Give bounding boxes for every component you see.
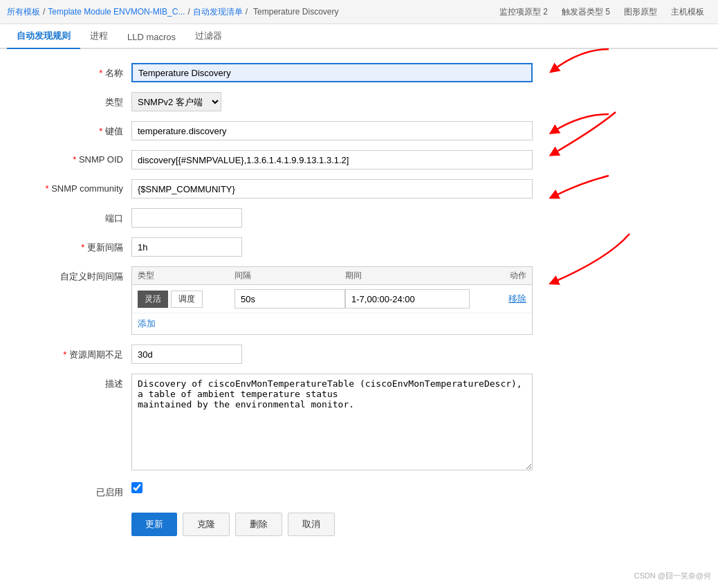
remove-link[interactable]: 移除 xyxy=(508,293,526,304)
enabled-control xyxy=(131,482,533,493)
breadcrumb-sep3: / xyxy=(246,7,248,17)
add-link[interactable]: 添加 xyxy=(132,313,161,334)
lifetime-input[interactable] xyxy=(131,344,242,364)
interval-type-col: 灵活 调度 xyxy=(138,291,234,308)
top-tab-host[interactable]: 主机模板 xyxy=(664,0,711,24)
port-label: 端口 xyxy=(21,208,131,225)
arrow-key xyxy=(540,111,623,145)
type-select[interactable]: SNMPv2 客户端 xyxy=(131,92,221,111)
arrow-community xyxy=(540,172,623,207)
clone-button[interactable]: 克隆 xyxy=(183,513,230,536)
key-label: 键值 xyxy=(21,121,131,138)
snmp-community-row: SNMP community xyxy=(21,179,602,199)
tab-filter[interactable]: 过滤器 xyxy=(185,24,232,49)
name-label: 名称 xyxy=(21,63,131,80)
enabled-checkbox[interactable] xyxy=(131,482,142,493)
update-interval-row: 更新间隔 xyxy=(21,237,602,257)
port-input[interactable] xyxy=(131,208,242,228)
top-tab-graph[interactable]: 图形原型 xyxy=(617,0,664,24)
interval-value-input[interactable] xyxy=(234,289,345,309)
update-button[interactable]: 更新 xyxy=(131,513,177,536)
description-label: 描述 xyxy=(21,374,131,390)
description-control: Discovery of ciscoEnvMonTemperatureTable… xyxy=(131,374,533,472)
enabled-checkbox-wrapper xyxy=(131,482,533,493)
update-interval-input[interactable] xyxy=(131,237,242,257)
name-input[interactable] xyxy=(131,63,533,82)
tab-lld-macros[interactable]: LLD macros xyxy=(118,26,185,49)
top-tab-monitor[interactable]: 监控项原型 2 xyxy=(493,0,555,24)
lifetime-label: 资源周期不足 xyxy=(21,344,131,361)
type-toggle: 灵活 调度 xyxy=(138,291,203,308)
add-row: 添加 xyxy=(132,313,532,334)
enabled-row: 已启用 xyxy=(21,482,602,499)
snmp-community-control xyxy=(131,179,533,199)
breadcrumb-sep2: / xyxy=(187,7,190,17)
snmp-oid-label: SNMP OID xyxy=(21,150,131,165)
type-select-wrapper: SNMPv2 客户端 xyxy=(131,92,533,111)
name-row: 名称 xyxy=(21,63,602,82)
name-control xyxy=(131,63,533,82)
form-tab-bar: 自动发现规则 进程 LLD macros 过滤器 xyxy=(0,24,718,49)
key-input[interactable] xyxy=(131,121,533,140)
custom-interval-row: 自定义时间间隔 类型 间隔 期间 动作 灵活 调度 xyxy=(21,266,602,335)
port-row: 端口 xyxy=(21,208,602,228)
update-interval-control xyxy=(131,237,533,257)
breadcrumb-template-module[interactable]: Template Module ENVMON-MIB_C... xyxy=(48,7,185,17)
header-period: 期间 xyxy=(345,270,470,282)
top-tab-trigger[interactable]: 触发器类型 5 xyxy=(555,0,617,24)
snmp-oid-input[interactable] xyxy=(131,150,533,169)
cancel-button[interactable]: 取消 xyxy=(288,513,335,536)
snmp-oid-control xyxy=(131,150,533,169)
description-textarea[interactable]: Discovery of ciscoEnvMonTemperatureTable… xyxy=(131,374,533,470)
description-row: 描述 Discovery of ciscoEnvMonTemperatureTa… xyxy=(21,374,602,472)
header-action: 动作 xyxy=(470,270,526,282)
snmp-community-label: SNMP community xyxy=(21,179,131,194)
breadcrumb-sep1: / xyxy=(43,7,45,17)
main-form: 名称 类型 SNMPv2 客户端 xyxy=(0,49,623,550)
type-label: 类型 xyxy=(21,92,131,109)
interval-table: 类型 间隔 期间 动作 灵活 调度 xyxy=(131,266,533,335)
action-buttons: 更新 克隆 删除 取消 xyxy=(131,513,602,536)
update-interval-label: 更新间隔 xyxy=(21,237,131,254)
key-control xyxy=(131,121,533,140)
action-col: 移除 xyxy=(470,293,526,305)
period-value-col xyxy=(345,289,470,309)
period-value-input[interactable] xyxy=(345,289,470,309)
snmp-oid-row: SNMP OID xyxy=(21,150,602,169)
port-control xyxy=(131,208,533,228)
key-row: 键值 xyxy=(21,121,602,140)
interval-row: 灵活 调度 移除 xyxy=(132,285,532,313)
header-type: 类型 xyxy=(138,270,234,282)
breadcrumb-current: Temperature Discovery xyxy=(253,7,338,17)
delete-button[interactable]: 删除 xyxy=(235,513,282,536)
lifetime-control xyxy=(131,344,533,364)
tab-process[interactable]: 进程 xyxy=(80,24,118,49)
btn-flexible[interactable]: 灵活 xyxy=(138,291,168,308)
type-row: 类型 SNMPv2 客户端 xyxy=(21,92,602,111)
snmp-community-input[interactable] xyxy=(131,179,533,199)
lifetime-row: 资源周期不足 xyxy=(21,344,602,364)
header-interval: 间隔 xyxy=(234,270,345,282)
custom-interval-control: 类型 间隔 期间 动作 灵活 调度 xyxy=(131,266,533,335)
interval-table-header: 类型 间隔 期间 动作 xyxy=(132,267,532,285)
breadcrumb-all-templates[interactable]: 所有模板 xyxy=(7,6,40,18)
breadcrumb-bar: 所有模板 / Template Module ENVMON-MIB_C... /… xyxy=(0,0,718,24)
custom-interval-label: 自定义时间间隔 xyxy=(21,266,131,283)
btn-schedule[interactable]: 调度 xyxy=(171,291,203,308)
enabled-label: 已启用 xyxy=(21,482,131,499)
tab-discovery-rule[interactable]: 自动发现规则 xyxy=(7,24,80,49)
type-control: SNMPv2 客户端 xyxy=(131,92,533,111)
breadcrumb-discovery-list[interactable]: 自动发现清单 xyxy=(193,6,243,18)
interval-value-col xyxy=(234,289,345,309)
